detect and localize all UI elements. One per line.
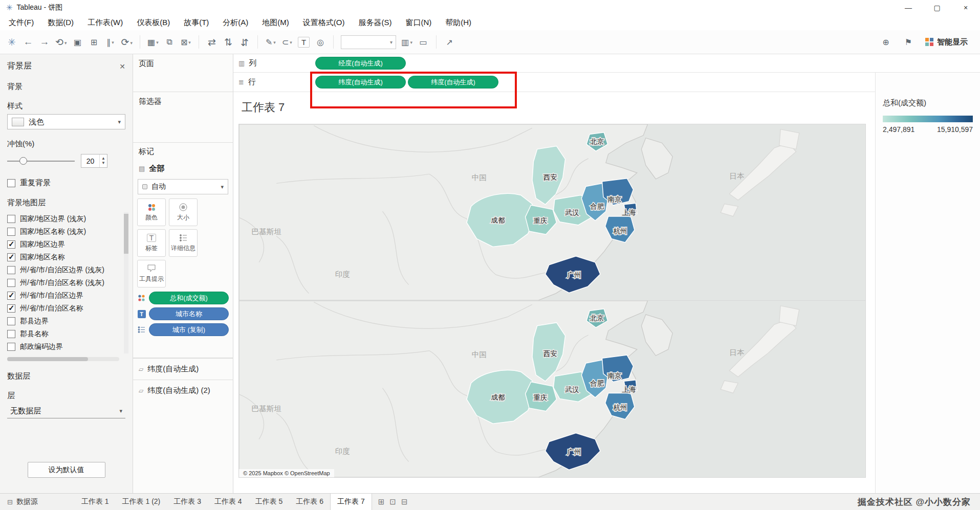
set-default-button[interactable]: 设为默认值 xyxy=(28,462,105,478)
map-layer-option[interactable]: 郡县名称 xyxy=(7,327,120,340)
new-worksheet-tab-icon[interactable]: ⊞ xyxy=(378,497,385,506)
map-layer-option[interactable]: 国家/地区边界 xyxy=(7,238,120,251)
close-panel-icon[interactable]: ✕ xyxy=(119,62,125,71)
menu-item-dashboard[interactable]: 仪表板(B) xyxy=(137,18,170,28)
sheet-tab-1[interactable]: 工作表 1 xyxy=(75,494,116,510)
marks-all-row[interactable]: ▤ 全部 xyxy=(133,157,233,174)
menu-item-format[interactable]: 设置格式(O) xyxy=(303,18,345,28)
show-cards-icon[interactable]: ▥ xyxy=(401,37,412,47)
refresh-icon[interactable]: ⟳ xyxy=(121,36,132,48)
checkbox-icon[interactable] xyxy=(7,240,15,249)
tableau-logo-icon[interactable]: ✳ xyxy=(6,36,17,48)
marks-pill-city-name[interactable]: 城市名称 xyxy=(149,307,229,320)
menu-item-analysis[interactable]: 分析(A) xyxy=(223,18,248,28)
map-layer-option[interactable]: 州/省/市/自治区边界 (浅灰) xyxy=(7,263,120,276)
sheet-tab-7-active[interactable]: 工作表 7 xyxy=(330,494,372,510)
map-layer-option[interactable]: 国家/地区名称 xyxy=(7,251,120,263)
show-me-button[interactable]: 智能显示 xyxy=(925,37,968,47)
checkbox-icon[interactable] xyxy=(7,304,15,313)
pin-icon[interactable]: ◎ xyxy=(315,37,326,47)
menu-item-server[interactable]: 服务器(S) xyxy=(358,18,391,28)
map-layer-option[interactable]: 国家/地区名称 (浅灰) xyxy=(7,225,120,238)
globe-icon[interactable]: ⊕ xyxy=(880,37,891,47)
menu-item-map[interactable]: 地图(M) xyxy=(262,18,289,28)
sheet-tab-3[interactable]: 工作表 3 xyxy=(167,494,208,510)
rows-shelf[interactable]: ≣ 行 纬度(自动生成) 纬度(自动生成) xyxy=(233,73,875,92)
close-button[interactable]: × xyxy=(951,0,980,15)
map-layer-option[interactable]: 州/省/市/自治区名称 xyxy=(7,302,120,315)
checkbox-icon[interactable] xyxy=(7,215,15,223)
menu-item-window[interactable]: 窗口(N) xyxy=(405,18,431,28)
horizontal-scrollbar[interactable] xyxy=(7,357,119,361)
repeat-background-option[interactable]: 重复背景 xyxy=(7,178,125,188)
checkbox-icon[interactable] xyxy=(7,330,15,338)
presentation-mode-icon[interactable]: ▭ xyxy=(418,37,429,47)
sheet-tab-5[interactable]: 工作表 5 xyxy=(249,494,290,510)
map-layer-option[interactable]: 州/省/市/自治区名称 (浅灰) xyxy=(7,276,120,289)
rows-pill-latitude-1[interactable]: 纬度(自动生成) xyxy=(315,76,406,88)
new-worksheet-icon[interactable]: ▦ xyxy=(147,37,159,47)
menu-item-story[interactable]: 故事(T) xyxy=(184,18,209,28)
color-button[interactable]: 颜色 xyxy=(137,198,166,226)
size-button[interactable]: 大小 xyxy=(169,198,198,226)
latitude-marks-card-1[interactable]: ▱ 纬度(自动生成) xyxy=(133,358,233,380)
share-icon[interactable]: ↗ xyxy=(444,37,455,47)
data-layer-dropdown[interactable]: 无数据层 xyxy=(7,404,125,418)
fit-dropdown[interactable] xyxy=(341,35,396,49)
flag-icon[interactable]: ⚑ xyxy=(903,37,914,47)
map-layer-option[interactable]: 郡县边界 xyxy=(7,315,120,327)
add-data-icon[interactable]: ⊞ xyxy=(88,37,99,47)
duplicate-icon[interactable]: ⧉ xyxy=(164,37,175,47)
data-source-tab[interactable]: ⊟ 数据源 xyxy=(0,494,45,510)
style-dropdown[interactable]: 浅色 xyxy=(7,114,125,129)
latitude-marks-card-2[interactable]: ▱ 纬度(自动生成) (2) xyxy=(133,380,233,401)
clear-sheet-icon[interactable]: ⊠ xyxy=(180,37,191,47)
sort-ascending-icon[interactable]: ⇅ xyxy=(223,36,234,48)
checkbox-icon[interactable] xyxy=(7,179,15,187)
map-view-top[interactable] xyxy=(238,124,866,301)
marks-pill-city-copy[interactable]: 城市 (复制) xyxy=(149,323,229,336)
scrollbar-thumb[interactable] xyxy=(7,357,88,361)
checkbox-icon[interactable] xyxy=(7,317,15,325)
highlight-icon[interactable]: ✎ xyxy=(265,37,276,47)
sheet-tab-4[interactable]: 工作表 4 xyxy=(208,494,249,510)
checkbox-icon[interactable] xyxy=(7,292,15,300)
pages-card[interactable]: 页面 xyxy=(133,54,233,92)
mark-labels-icon[interactable]: T xyxy=(298,37,310,48)
china-map[interactable] xyxy=(239,301,865,477)
menu-item-data[interactable]: 数据(D) xyxy=(48,18,74,28)
checkbox-icon[interactable] xyxy=(7,279,15,287)
redo-icon[interactable]: → xyxy=(39,36,50,48)
map-layer-option[interactable]: 邮政编码边界 xyxy=(7,340,120,353)
replay-icon[interactable]: ⟲ xyxy=(55,36,67,48)
new-dashboard-tab-icon[interactable]: ⊡ xyxy=(389,497,396,506)
marks-pill-sum-turnover[interactable]: 总和(成交额) xyxy=(149,292,229,304)
map-layer-option[interactable]: 国家/地区边界 (浅灰) xyxy=(7,212,120,225)
menu-item-worksheet[interactable]: 工作表(W) xyxy=(88,18,123,28)
vertical-scrollbar[interactable] xyxy=(124,212,128,353)
swap-axes-icon[interactable]: ⇄ xyxy=(206,36,217,48)
sheet-tab-6[interactable]: 工作表 6 xyxy=(289,494,330,510)
undo-icon[interactable]: ← xyxy=(23,36,34,48)
slider-knob[interactable] xyxy=(19,157,27,165)
columns-pill-longitude[interactable]: 经度(自动生成) xyxy=(315,57,406,70)
pause-updates-icon[interactable]: ∥ xyxy=(104,37,116,47)
rows-pill-latitude-2[interactable]: 纬度(自动生成) xyxy=(408,76,498,88)
filters-card[interactable]: 筛选器 xyxy=(133,92,233,143)
washout-spinner[interactable]: 20 ▲▼ xyxy=(81,154,107,168)
minimize-button[interactable]: — xyxy=(894,0,923,15)
save-icon[interactable]: ▣ xyxy=(72,37,83,47)
tooltip-button[interactable]: 工具提示 xyxy=(137,260,166,287)
checkbox-icon[interactable] xyxy=(7,343,15,351)
menu-item-help[interactable]: 帮助(H) xyxy=(445,18,471,28)
sheet-tab-1-2[interactable]: 工作表 1 (2) xyxy=(116,494,167,510)
columns-shelf[interactable]: ▥ 列 经度(自动生成) xyxy=(233,54,980,73)
checkbox-icon[interactable] xyxy=(7,253,15,261)
sort-descending-icon[interactable]: ⇅ xyxy=(239,36,250,48)
spinner-arrows-icon[interactable]: ▲▼ xyxy=(99,154,107,167)
maximize-button[interactable]: ▢ xyxy=(923,0,951,15)
new-story-tab-icon[interactable]: ⊟ xyxy=(401,497,408,506)
paperclip-icon[interactable]: ⊂ xyxy=(281,37,293,47)
detail-button[interactable]: 详细信息 xyxy=(169,229,198,257)
menu-item-file[interactable]: 文件(F) xyxy=(9,18,34,28)
